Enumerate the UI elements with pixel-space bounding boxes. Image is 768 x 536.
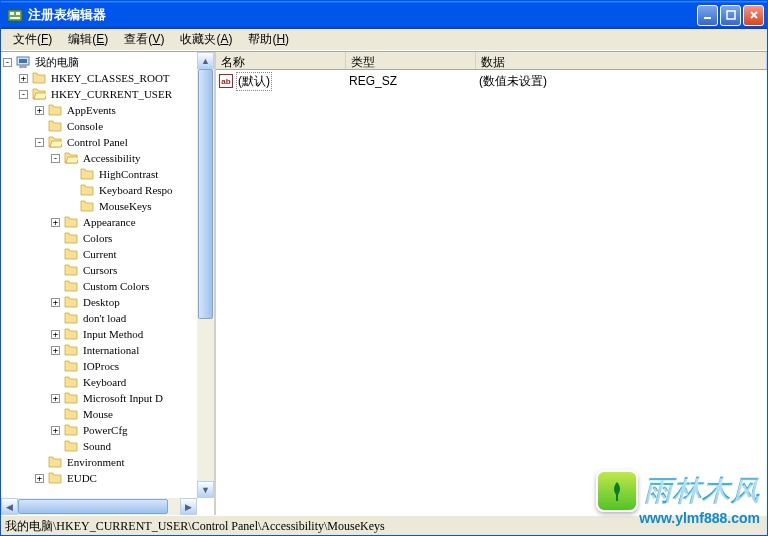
tree-node-label[interactable]: Keyboard Respo bbox=[97, 182, 175, 198]
tree-node-label[interactable]: Keyboard bbox=[81, 374, 128, 390]
menu-bar: 文件(F) 编辑(E) 查看(V) 收藏夹(A) 帮助(H) bbox=[1, 29, 767, 51]
tree-node[interactable]: Console bbox=[3, 118, 196, 134]
tree-node[interactable]: -Accessibility bbox=[3, 150, 196, 166]
tree-node-label[interactable]: Appearance bbox=[81, 214, 138, 230]
tree-node-label[interactable]: Custom Colors bbox=[81, 278, 151, 294]
tree-node-label[interactable]: Cursors bbox=[81, 262, 119, 278]
tree-node[interactable]: Keyboard Respo bbox=[3, 182, 196, 198]
tree-node[interactable]: Sound bbox=[3, 438, 196, 454]
registry-tree[interactable]: -我的电脑+HKEY_CLASSES_ROOT-HKEY_CURRENT_USE… bbox=[1, 52, 214, 506]
tree-node[interactable]: Current bbox=[3, 246, 196, 262]
tree-toggle[interactable]: + bbox=[51, 218, 60, 227]
close-button[interactable] bbox=[743, 5, 764, 26]
folder-closed-icon bbox=[64, 248, 78, 260]
tree-node-label[interactable]: 我的电脑 bbox=[33, 54, 81, 70]
tree-node-label[interactable]: don't load bbox=[81, 310, 128, 326]
tree-node-label[interactable]: MouseKeys bbox=[97, 198, 154, 214]
folder-closed-icon bbox=[64, 376, 78, 388]
column-name[interactable]: 名称 bbox=[216, 52, 346, 69]
list-body[interactable]: ab(默认) REG_SZ (数值未设置) bbox=[216, 70, 767, 515]
tree-node[interactable]: Colors bbox=[3, 230, 196, 246]
tree-node-label[interactable]: HKEY_CURRENT_USER bbox=[49, 86, 174, 102]
tree-toggle[interactable]: + bbox=[35, 474, 44, 483]
tree-node[interactable]: IOProcs bbox=[3, 358, 196, 374]
content-area: -我的电脑+HKEY_CLASSES_ROOT-HKEY_CURRENT_USE… bbox=[1, 51, 767, 515]
tree-node-label[interactable]: Control Panel bbox=[65, 134, 130, 150]
scroll-up-button[interactable]: ▲ bbox=[197, 52, 214, 69]
tree-node-label[interactable]: AppEvents bbox=[65, 102, 118, 118]
tree-node[interactable]: +AppEvents bbox=[3, 102, 196, 118]
tree-node[interactable]: +HKEY_CLASSES_ROOT bbox=[3, 70, 196, 86]
tree-node-label[interactable]: Environment bbox=[65, 454, 126, 470]
scroll-right-button[interactable]: ▶ bbox=[180, 498, 197, 515]
tree-node-label[interactable]: International bbox=[81, 342, 141, 358]
tree-node-label[interactable]: Input Method bbox=[81, 326, 145, 342]
tree-toggle[interactable]: + bbox=[19, 74, 28, 83]
tree-node[interactable]: -HKEY_CURRENT_USER bbox=[3, 86, 196, 102]
column-type[interactable]: 类型 bbox=[346, 52, 476, 69]
tree-node[interactable]: HighContrast bbox=[3, 166, 196, 182]
menu-edit[interactable]: 编辑(E) bbox=[60, 29, 116, 50]
tree-node[interactable]: Cursors bbox=[3, 262, 196, 278]
tree-node-label[interactable]: Desktop bbox=[81, 294, 122, 310]
tree-toggle[interactable]: - bbox=[3, 58, 12, 67]
tree-node[interactable]: +Microsoft Input D bbox=[3, 390, 196, 406]
tree-toggle[interactable]: + bbox=[51, 394, 60, 403]
tree-scrollbar-vertical[interactable]: ▲ ▼ bbox=[197, 52, 214, 498]
title-bar[interactable]: 注册表编辑器 bbox=[1, 1, 767, 29]
app-icon bbox=[7, 7, 23, 23]
tree-node-label[interactable]: Colors bbox=[81, 230, 114, 246]
tree-toggle[interactable]: + bbox=[51, 298, 60, 307]
tree-node-label[interactable]: EUDC bbox=[65, 470, 99, 486]
menu-favorites[interactable]: 收藏夹(A) bbox=[172, 29, 240, 50]
scroll-thumb-horizontal[interactable] bbox=[18, 499, 168, 514]
scroll-down-button[interactable]: ▼ bbox=[197, 481, 214, 498]
tree-node-label[interactable]: Current bbox=[81, 246, 119, 262]
tree-node-label[interactable]: Console bbox=[65, 118, 105, 134]
tree-toggle[interactable]: + bbox=[35, 106, 44, 115]
scroll-left-button[interactable]: ◀ bbox=[1, 498, 18, 515]
tree-node[interactable]: don't load bbox=[3, 310, 196, 326]
tree-node-label[interactable]: HKEY_CLASSES_ROOT bbox=[49, 70, 172, 86]
minimize-button[interactable] bbox=[697, 5, 718, 26]
tree-toggle[interactable]: - bbox=[51, 154, 60, 163]
tree-toggle[interactable]: + bbox=[51, 346, 60, 355]
svg-rect-2 bbox=[16, 12, 20, 15]
tree-node-label[interactable]: Accessibility bbox=[81, 150, 142, 166]
value-row[interactable]: ab(默认) REG_SZ (数值未设置) bbox=[216, 72, 767, 90]
tree-node[interactable]: Custom Colors bbox=[3, 278, 196, 294]
tree-toggle[interactable]: + bbox=[51, 426, 60, 435]
scroll-thumb-vertical[interactable] bbox=[198, 69, 213, 319]
tree-node[interactable]: -我的电脑 bbox=[3, 54, 196, 70]
tree-node[interactable]: +PowerCfg bbox=[3, 422, 196, 438]
maximize-button[interactable] bbox=[720, 5, 741, 26]
tree-node-label[interactable]: HighContrast bbox=[97, 166, 160, 182]
tree-toggle[interactable]: + bbox=[51, 330, 60, 339]
tree-node[interactable]: Mouse bbox=[3, 406, 196, 422]
folder-closed-icon bbox=[80, 200, 94, 212]
tree-node-label[interactable]: Mouse bbox=[81, 406, 115, 422]
string-value-icon: ab bbox=[219, 74, 233, 88]
tree-node-label[interactable]: Sound bbox=[81, 438, 113, 454]
tree-node-label[interactable]: Microsoft Input D bbox=[81, 390, 165, 406]
tree-node[interactable]: +Desktop bbox=[3, 294, 196, 310]
menu-view[interactable]: 查看(V) bbox=[116, 29, 172, 50]
tree-node[interactable]: MouseKeys bbox=[3, 198, 196, 214]
tree-toggle[interactable]: - bbox=[35, 138, 44, 147]
tree-toggle[interactable]: - bbox=[19, 90, 28, 99]
column-data[interactable]: 数据 bbox=[476, 52, 767, 69]
tree-node-label[interactable]: PowerCfg bbox=[81, 422, 130, 438]
tree-node[interactable]: +Appearance bbox=[3, 214, 196, 230]
menu-help[interactable]: 帮助(H) bbox=[240, 29, 297, 50]
tree-node[interactable]: Keyboard bbox=[3, 374, 196, 390]
tree-node-label[interactable]: IOProcs bbox=[81, 358, 121, 374]
tree-node[interactable]: +EUDC bbox=[3, 470, 196, 486]
tree-node[interactable]: +Input Method bbox=[3, 326, 196, 342]
tree-scrollbar-horizontal[interactable]: ◀ ▶ bbox=[1, 498, 197, 515]
tree-node[interactable]: -Control Panel bbox=[3, 134, 196, 150]
tree-pane[interactable]: -我的电脑+HKEY_CLASSES_ROOT-HKEY_CURRENT_USE… bbox=[1, 52, 216, 515]
tree-node[interactable]: +International bbox=[3, 342, 196, 358]
tree-node[interactable]: Environment bbox=[3, 454, 196, 470]
menu-file[interactable]: 文件(F) bbox=[5, 29, 60, 50]
folder-open-icon bbox=[32, 88, 46, 100]
